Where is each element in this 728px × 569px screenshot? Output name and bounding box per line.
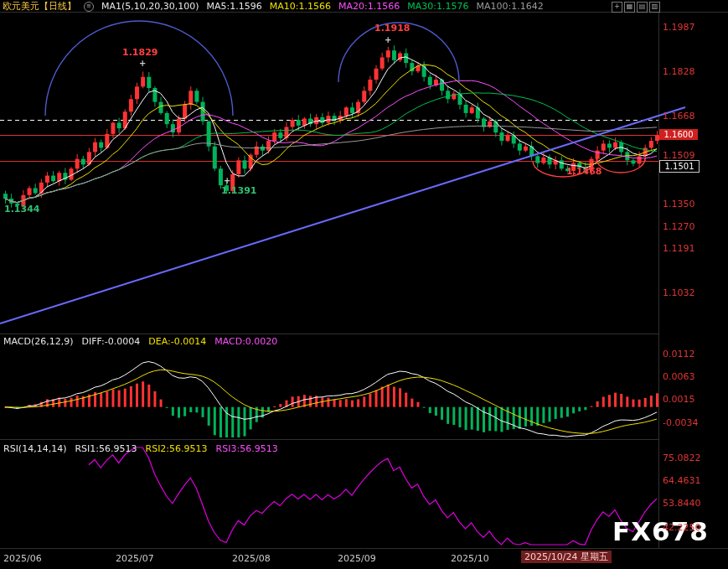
y-axis-label: 1.1350 — [663, 199, 695, 209]
split-horizontal-icon[interactable]: ▤ — [637, 2, 648, 13]
rsi-title: RSI(14,14,14) — [3, 443, 66, 454]
chart-header: 欧元美元【日线】 ≡ MA1(5,10,20,30,100) MA5:1.159… — [0, 0, 544, 13]
ma10-value: MA10:1.1566 — [270, 0, 331, 13]
price-annotation: 1.1468 — [566, 167, 602, 177]
y-axis-label: 1.1191 — [663, 244, 695, 254]
macd-axis-label: 0.0112 — [663, 349, 695, 360]
rsi-axis-label: 64.4631 — [663, 476, 701, 486]
ma30-value: MA30:1.1576 — [407, 0, 468, 13]
x-axis-label-current: 2025/10/24 星期五 — [521, 551, 612, 563]
y-axis-label: 1.1828 — [663, 67, 695, 77]
ma-group-label: MA1(5,10,20,30,100) — [101, 0, 199, 13]
macd-title: MACD(26,12,9) — [3, 336, 74, 347]
y-axis-label: 1.1270 — [663, 222, 695, 232]
split-vertical-icon[interactable]: ▥ — [649, 2, 660, 13]
y-axis-label: 1.1509 — [663, 151, 695, 161]
macd-axis-label: 0.0063 — [663, 372, 695, 382]
rsi2-value: RSI2:56.9513 — [146, 443, 208, 454]
macd-dea-value: DEA:-0.0014 — [148, 336, 206, 347]
macd-legend: MACD(26,12,9) DIFF:-0.0004 DEA:-0.0014 M… — [3, 336, 277, 347]
x-axis-label: 2025/09 — [338, 553, 376, 564]
macd-axis-label: -0.0034 — [663, 418, 698, 428]
drawing-anchor: + — [139, 59, 146, 69]
add-pane-icon[interactable]: + — [612, 2, 622, 13]
price-chart[interactable] — [0, 0, 728, 569]
macd-diff-value: DIFF:-0.0004 — [82, 336, 141, 347]
window-controls: + ▦ ▤ ▥ — [612, 2, 660, 13]
rsi3-value: RSI3:56.9513 — [216, 443, 278, 454]
rsi-legend: RSI(14,14,14) RSI1:56.9513 RSI2:56.9513 … — [3, 443, 278, 454]
x-axis-label: 2025/07 — [116, 553, 154, 564]
rsi-axis-label: 42.2250 — [663, 523, 701, 533]
macd-axis-label: 0.0015 — [663, 395, 695, 405]
rsi-axis-label: 75.0822 — [663, 453, 701, 463]
price-annotation: 1.1344 — [4, 204, 39, 215]
x-axis-label: 2025/08 — [232, 553, 271, 564]
price-line-tag: 1.1501 — [659, 160, 700, 173]
rsi1-value: RSI1:56.9513 — [75, 443, 137, 454]
x-axis-label: 2025/06 — [3, 553, 42, 564]
y-axis-label: 1.1032 — [663, 288, 695, 298]
ma20-value: MA20:1.1566 — [338, 0, 400, 13]
drawing-anchor: + — [385, 35, 391, 45]
symbol-title: 欧元美元【日线】 — [3, 0, 76, 13]
ma100-value: MA100:1.1642 — [476, 0, 543, 13]
current-price-tag: 1.1600 — [659, 129, 698, 140]
indicator-settings-icon[interactable]: ≡ — [84, 2, 94, 12]
price-annotation: 1.1829 — [122, 48, 157, 58]
ma5-value: MA5:1.1596 — [207, 0, 262, 13]
rsi-axis-label: 53.8440 — [663, 499, 701, 509]
x-axis-label: 2025/10 — [451, 553, 489, 564]
y-axis-label: 1.1668 — [663, 111, 695, 122]
chart-window: 欧元美元【日线】 ≡ MA1(5,10,20,30,100) MA5:1.159… — [0, 0, 728, 569]
price-annotation: 1.1391 — [221, 186, 256, 196]
price-annotation: 1.1918 — [374, 23, 410, 34]
macd-macd-value: MACD:0.0020 — [214, 336, 277, 347]
y-axis-label: 1.1987 — [663, 23, 695, 33]
grid-layout-icon[interactable]: ▦ — [624, 2, 635, 13]
